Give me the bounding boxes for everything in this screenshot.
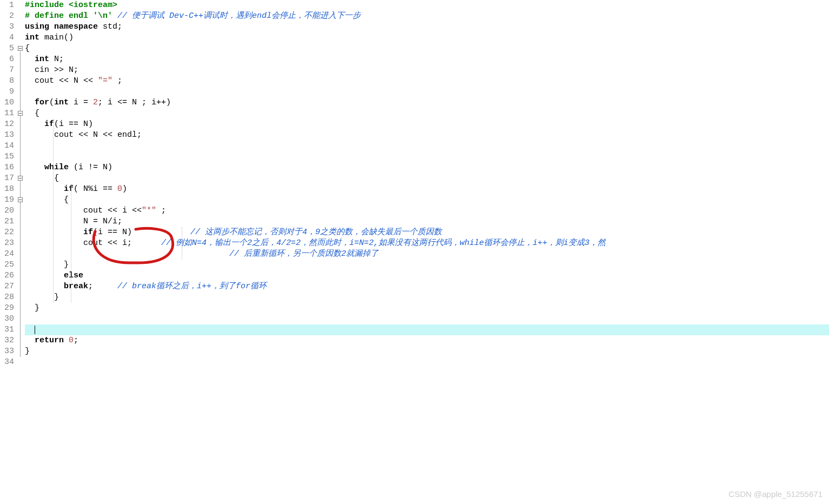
comment: // break循环之后，i++，到了for循环 <box>117 282 267 291</box>
keyword: using <box>25 22 49 31</box>
current-line <box>25 324 829 335</box>
comment: // 这两步不能忘记，否则对于4，9之类的数，会缺失最后一个质因数 <box>190 228 442 237</box>
comment: // 例如N=4，输出一个2之后，4/2=2，然而此时，i=N=2,如果没有这两… <box>161 238 606 248</box>
fold-column <box>16 0 25 368</box>
fold-icon[interactable] <box>18 197 23 202</box>
comment: // 便于调试 Dev-C++调试时，遇到endl会停止，不能进入下一步 <box>117 11 361 21</box>
comment: // 后重新循环，另一个质因数2就漏掉了 <box>229 249 379 258</box>
text-cursor <box>35 326 35 334</box>
preprocessor: # define endl '\n' <box>25 11 117 21</box>
fold-icon[interactable] <box>18 111 23 116</box>
fold-icon[interactable] <box>18 46 23 51</box>
string-literal: "=" <box>98 76 112 85</box>
watermark: CSDN @apple_51255671 <box>728 489 823 499</box>
code-area[interactable]: #include <iostream> # define endl '\n' /… <box>25 0 829 368</box>
preprocessor: #include <iostream> <box>25 1 117 10</box>
code-editor[interactable]: 1 2 3 4 5 6 7 8 9 10 11 12 13 14 15 16 1… <box>0 0 829 368</box>
fold-icon[interactable] <box>18 176 23 181</box>
keyword: int <box>25 33 39 42</box>
line-number-gutter: 1 2 3 4 5 6 7 8 9 10 11 12 13 14 15 16 1… <box>0 0 16 368</box>
